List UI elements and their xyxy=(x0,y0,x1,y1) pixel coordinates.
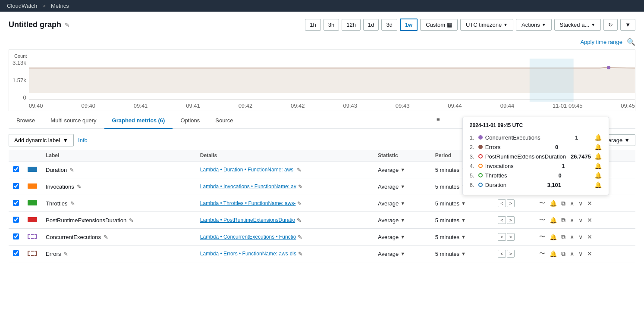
row-checkbox-1[interactable] xyxy=(13,183,19,189)
row-label-text-5: Errors xyxy=(46,251,61,257)
row-action-down-2[interactable]: ∨ xyxy=(578,199,584,208)
tooltip-bell-6[interactable]: 🔔 xyxy=(594,181,602,188)
row-checkbox-0[interactable] xyxy=(13,166,19,172)
row-label-edit-icon-3[interactable]: ✎ xyxy=(129,217,134,224)
row-statistic-dropdown-2[interactable]: ▼ xyxy=(400,201,405,206)
row-details-edit-icon-0[interactable]: ✎ xyxy=(297,167,302,173)
row-label-edit-icon-4[interactable]: ✎ xyxy=(104,234,108,240)
row-details-edit-icon-2[interactable]: ✎ xyxy=(297,200,302,207)
info-link[interactable]: Info xyxy=(78,137,88,143)
row-action-up-3[interactable]: ∧ xyxy=(569,216,575,224)
row-yaxis-right-2[interactable]: > xyxy=(507,199,515,207)
row-action-graph-2[interactable]: 〜 xyxy=(538,199,546,208)
more-button[interactable]: ▼ xyxy=(620,19,635,31)
row-details-edit-icon-4[interactable]: ✎ xyxy=(298,234,302,240)
tooltip-bell-2[interactable]: 🔔 xyxy=(594,143,602,150)
timezone-dropdown[interactable]: UTC timezone ▼ xyxy=(460,19,513,31)
row-action-graph-4[interactable]: 〜 xyxy=(538,232,546,242)
row-details-link-4[interactable]: Lambda • ConcurrentExecutions • Functio xyxy=(200,234,296,240)
row-label-edit-icon-2[interactable]: ✎ xyxy=(70,200,75,207)
row-action-alarm-5[interactable]: 🔔 xyxy=(549,249,558,258)
row-statistic-dropdown-0[interactable]: ▼ xyxy=(400,167,405,172)
row-period-dropdown-3[interactable]: ▼ xyxy=(461,218,466,223)
table-row: Errors ✎ Lambda • Errors • FunctionName:… xyxy=(9,246,635,262)
apply-time-range-link[interactable]: Apply time range xyxy=(580,39,622,45)
row-action-up-4[interactable]: ∧ xyxy=(569,233,575,241)
row-statistic-dropdown-1[interactable]: ▼ xyxy=(400,184,405,189)
tooltip-bell-3[interactable]: 🔔 xyxy=(594,153,602,160)
breadcrumb-cloudwatch[interactable]: CloudWatch xyxy=(7,3,37,9)
row-action-copy-2[interactable]: ⧉ xyxy=(560,199,566,208)
row-action-alarm-3[interactable]: 🔔 xyxy=(549,216,558,224)
row-period-value-2: 5 minutes xyxy=(435,200,459,207)
tab-browse[interactable]: Browse xyxy=(9,113,43,129)
row-yaxis-right-5[interactable]: > xyxy=(507,250,515,258)
row-checkbox-2[interactable] xyxy=(13,200,19,206)
row-label-edit-icon-1[interactable]: ✎ xyxy=(77,183,82,190)
search-button[interactable]: 🔍 xyxy=(627,38,635,46)
row-details-link-3[interactable]: Lambda • PostRuntimeExtensionsDuratio xyxy=(200,217,295,223)
row-action-copy-4[interactable]: ⧉ xyxy=(560,233,566,242)
time-3d-button[interactable]: 3d xyxy=(381,19,397,31)
tooltip-bell-4[interactable]: 🔔 xyxy=(594,162,602,169)
row-action-down-4[interactable]: ∨ xyxy=(578,233,584,241)
row-statistic-dropdown-5[interactable]: ▼ xyxy=(400,251,405,256)
row-period-dropdown-2[interactable]: ▼ xyxy=(461,201,466,206)
tab-multi-source[interactable]: Multi source query xyxy=(43,113,104,129)
refresh-button[interactable]: ↻ xyxy=(603,19,618,31)
row-label-edit-icon-0[interactable]: ✎ xyxy=(69,167,74,173)
row-details-link-2[interactable]: Lambda • Throttles • FunctionName: aws- xyxy=(200,200,296,206)
row-yaxis-left-4[interactable]: < xyxy=(498,233,506,241)
row-period-value-5: 5 minutes xyxy=(435,251,459,257)
row-action-copy-3[interactable]: ⧉ xyxy=(560,216,566,225)
row-details-edit-icon-1[interactable]: ✎ xyxy=(298,183,303,190)
row-details-link-1[interactable]: Lambda • Invocations • FunctionName: av xyxy=(200,183,296,190)
time-3h-button[interactable]: 3h xyxy=(324,19,339,31)
edit-title-icon[interactable]: ✎ xyxy=(65,22,70,28)
tooltip-left-1: 1. ConcurrentExecutions xyxy=(470,134,540,141)
row-action-copy-5[interactable]: ⧉ xyxy=(560,249,566,258)
row-details-link-5[interactable]: Lambda • Errors • FunctionName: aws-dis xyxy=(200,251,296,257)
actions-dropdown[interactable]: Actions ▼ xyxy=(516,19,552,31)
custom-time-button[interactable]: Custom ▦ xyxy=(420,19,458,31)
row-details-edit-icon-5[interactable]: ✎ xyxy=(298,251,303,257)
row-action-up-5[interactable]: ∧ xyxy=(569,249,575,258)
stacked-dropdown[interactable]: Stacked a... ▼ xyxy=(554,19,601,31)
row-period-dropdown-4[interactable]: ▼ xyxy=(461,234,466,239)
row-action-graph-3[interactable]: 〜 xyxy=(538,215,546,225)
row-action-delete-5[interactable]: ✕ xyxy=(586,249,593,258)
row-yaxis-right-4[interactable]: > xyxy=(507,233,515,241)
tooltip-bell-5[interactable]: 🔔 xyxy=(594,172,602,179)
row-action-down-5[interactable]: ∨ xyxy=(578,249,584,258)
time-1w-button[interactable]: 1w xyxy=(400,19,418,31)
row-action-delete-3[interactable]: ✕ xyxy=(586,216,593,224)
time-1h-button[interactable]: 1h xyxy=(305,19,320,31)
tooltip-bell-1[interactable]: 🔔 xyxy=(594,134,602,141)
row-label-edit-icon-5[interactable]: ✎ xyxy=(63,251,68,257)
row-action-alarm-2[interactable]: 🔔 xyxy=(549,199,558,208)
tab-source[interactable]: Source xyxy=(207,113,241,129)
row-action-up-2[interactable]: ∧ xyxy=(569,199,575,208)
row-checkbox-5[interactable] xyxy=(13,250,19,256)
row-details-link-0[interactable]: Lambda • Duration • FunctionName: aws- xyxy=(200,167,295,173)
row-details-edit-icon-3[interactable]: ✎ xyxy=(297,217,302,224)
row-yaxis-left-5[interactable]: < xyxy=(498,250,506,258)
row-statistic-dropdown-4[interactable]: ▼ xyxy=(400,234,405,239)
row-action-down-3[interactable]: ∨ xyxy=(578,216,584,224)
row-action-delete-2[interactable]: ✕ xyxy=(586,199,593,208)
tab-graphed-metrics[interactable]: Graphed metrics (6) xyxy=(104,113,173,129)
row-checkbox-3[interactable] xyxy=(13,217,19,223)
time-12h-button[interactable]: 12h xyxy=(342,19,361,31)
row-period-dropdown-5[interactable]: ▼ xyxy=(461,251,466,256)
row-yaxis-left-3[interactable]: < xyxy=(498,216,506,224)
row-statistic-dropdown-3[interactable]: ▼ xyxy=(400,218,405,223)
row-checkbox-4[interactable] xyxy=(13,233,19,239)
row-action-alarm-4[interactable]: 🔔 xyxy=(549,233,558,241)
row-action-graph-5[interactable]: 〜 xyxy=(538,249,546,258)
row-yaxis-right-3[interactable]: > xyxy=(507,216,515,224)
time-1d-button[interactable]: 1d xyxy=(363,19,379,31)
row-yaxis-left-2[interactable]: < xyxy=(498,199,506,207)
tab-options[interactable]: Options xyxy=(173,113,207,129)
row-action-delete-4[interactable]: ✕ xyxy=(586,233,593,241)
add-dynamic-label-button[interactable]: Add dynamic label ▼ xyxy=(9,134,74,146)
